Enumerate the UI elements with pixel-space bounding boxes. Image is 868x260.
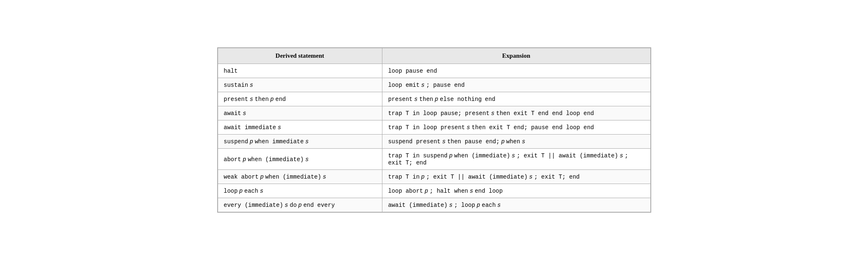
expansion-cell: loop emit s ; pause end xyxy=(382,78,650,92)
table-row: abort p when (immediate) strap T in susp… xyxy=(218,149,650,170)
table-row: loop p each sloop abort p ; halt when s … xyxy=(218,184,650,198)
expansion-cell: trap T in loop present s then exit T end… xyxy=(382,120,650,135)
table-row: await immediate strap T in loop present … xyxy=(218,120,650,135)
table-row: weak abort p when (immediate) strap T in… xyxy=(218,170,650,184)
derived-cell: loop p each s xyxy=(218,184,382,198)
derived-cell: await s xyxy=(218,106,382,120)
expansion-cell: loop pause end xyxy=(382,64,650,78)
expansion-cell: trap T in p ; exit T || await (immediate… xyxy=(382,170,650,184)
expansion-cell: trap T in suspend p when (immediate) s ;… xyxy=(382,149,650,170)
table-row: await strap T in loop pause; present s t… xyxy=(218,106,650,120)
table-row: present s then p endpresent s then p els… xyxy=(218,92,650,106)
derived-cell: sustain s xyxy=(218,78,382,92)
col-header-expansion: Expansion xyxy=(382,48,650,64)
derived-cell: weak abort p when (immediate) s xyxy=(218,170,382,184)
expansion-cell: suspend present s then pause end; p when… xyxy=(382,135,650,149)
table-header-row: Derived statement Expansion xyxy=(218,48,650,64)
derived-statements-table: Derived statement Expansion haltloop pau… xyxy=(218,48,651,212)
derived-cell: await immediate s xyxy=(218,120,382,135)
table-row: sustain sloop emit s ; pause end xyxy=(218,78,650,92)
derived-cell: abort p when (immediate) s xyxy=(218,149,382,170)
derived-cell: every (immediate) s do p end every xyxy=(218,198,382,212)
col-header-derived: Derived statement xyxy=(218,48,382,64)
derived-cell: present s then p end xyxy=(218,92,382,106)
derived-cell: halt xyxy=(218,64,382,78)
derived-cell: suspend p when immediate s xyxy=(218,135,382,149)
expansion-cell: trap T in loop pause; present s then exi… xyxy=(382,106,650,120)
table-body: haltloop pause endsustain sloop emit s ;… xyxy=(218,64,650,212)
table-row: haltloop pause end xyxy=(218,64,650,78)
expansion-cell: present s then p else nothing end xyxy=(382,92,650,106)
main-table-wrapper: Derived statement Expansion haltloop pau… xyxy=(217,47,651,213)
table-row: every (immediate) s do p end everyawait … xyxy=(218,198,650,212)
expansion-cell: loop abort p ; halt when s end loop xyxy=(382,184,650,198)
table-row: suspend p when immediate ssuspend presen… xyxy=(218,135,650,149)
expansion-cell: await (immediate) s ; loop p each s xyxy=(382,198,650,212)
